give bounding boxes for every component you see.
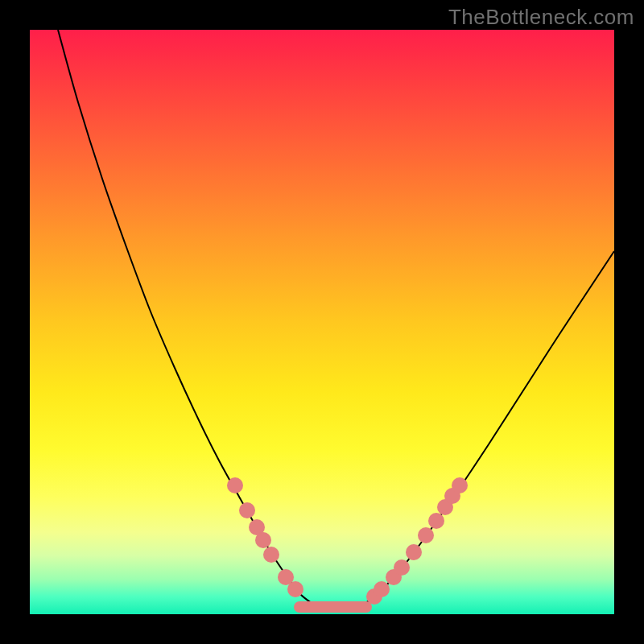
marker-group	[227, 477, 468, 605]
chart-frame: TheBottleneck.com	[0, 0, 644, 644]
marker-dot	[255, 532, 271, 548]
marker-dot	[263, 547, 279, 563]
marker-dot	[418, 527, 434, 543]
curve-path	[58, 30, 614, 612]
plot-area	[30, 30, 614, 614]
marker-dot	[227, 477, 243, 493]
watermark-text: TheBottleneck.com	[448, 5, 634, 30]
marker-dot	[406, 544, 422, 560]
marker-dot	[374, 581, 390, 597]
marker-dot	[239, 502, 255, 518]
chart-svg	[30, 30, 614, 614]
marker-dot	[428, 513, 444, 529]
marker-dot	[287, 581, 303, 597]
marker-dot	[452, 477, 468, 493]
marker-dot	[394, 559, 410, 576]
